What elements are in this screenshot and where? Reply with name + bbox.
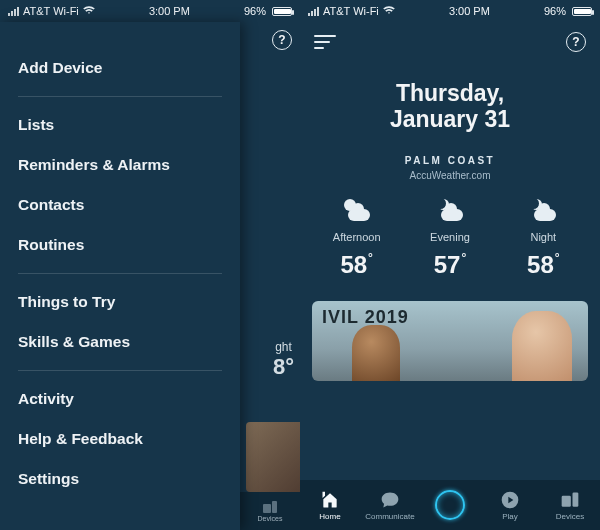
- menu-skills-games[interactable]: Skills & Games: [18, 322, 222, 362]
- feed-card[interactable]: IVIL 2019: [312, 301, 588, 381]
- date-heading: Thursday, January 31: [300, 80, 600, 133]
- drawer-backdrop[interactable]: ? ght 8° Devices: [240, 22, 300, 530]
- svg-rect-3: [562, 495, 571, 506]
- phone-right: AT&T Wi-Fi 3:00 PM 96% ? Thursday, Janua…: [300, 0, 600, 530]
- menu-things-to-try[interactable]: Things to Try: [18, 282, 222, 322]
- menu-activity[interactable]: Activity: [18, 379, 222, 419]
- menu-routines[interactable]: Routines: [18, 225, 222, 265]
- menu-settings[interactable]: Settings: [18, 459, 222, 499]
- partly-cloudy-day-icon: [342, 199, 372, 221]
- menu-reminders[interactable]: Reminders & Alarms: [18, 145, 222, 185]
- dual-screenshot-canvas: AT&T Wi-Fi 3:00 PM 96% ? ght 8° Devices: [0, 0, 600, 530]
- tabbar-peek-label: Devices: [258, 515, 283, 522]
- date-line-2: January 31: [390, 106, 510, 132]
- wifi-icon: [383, 4, 395, 18]
- tabbar-peek: Devices: [240, 492, 300, 530]
- tab-label: Devices: [556, 512, 584, 521]
- weather-source[interactable]: AccuWeather.com: [300, 170, 600, 181]
- forecast-evening[interactable]: Evening 57°: [403, 197, 496, 279]
- battery-pct-label: 96%: [244, 5, 266, 17]
- carrier-label: AT&T Wi-Fi: [23, 5, 79, 17]
- peek-period: ght: [273, 340, 294, 354]
- svg-rect-0: [263, 504, 271, 513]
- location-city: PALM COAST: [300, 155, 600, 166]
- tab-devices[interactable]: Devices: [540, 490, 600, 521]
- help-icon[interactable]: ?: [272, 30, 292, 50]
- card-person-left: [352, 325, 400, 381]
- svg-rect-4: [573, 492, 579, 506]
- carrier-label: AT&T Wi-Fi: [323, 5, 379, 17]
- status-bar: AT&T Wi-Fi 3:00 PM 96%: [0, 0, 300, 22]
- play-icon: [500, 490, 520, 510]
- chat-icon: [380, 490, 400, 510]
- menu-contacts[interactable]: Contacts: [18, 185, 222, 225]
- menu-icon[interactable]: [314, 35, 336, 49]
- tab-communicate[interactable]: Communicate: [360, 490, 420, 521]
- help-icon[interactable]: ?: [566, 32, 586, 52]
- forecast-row: Afternoon 58° Evening 57° Night 58°: [300, 181, 600, 301]
- menu-lists[interactable]: Lists: [18, 105, 222, 145]
- forecast-temp: 57°: [403, 251, 496, 279]
- forecast-temp: 58°: [310, 251, 403, 279]
- devices-icon: [262, 500, 278, 514]
- card-person-right: [512, 311, 572, 381]
- menu-divider: [18, 370, 222, 371]
- menu-add-device[interactable]: Add Device: [18, 48, 222, 88]
- menu-divider: [18, 273, 222, 274]
- menu-help-feedback[interactable]: Help & Feedback: [18, 419, 222, 459]
- tab-play[interactable]: Play: [480, 490, 540, 521]
- bottom-tab-bar: Home Communicate Play Devices: [300, 480, 600, 530]
- partly-cloudy-night-icon: [435, 199, 465, 221]
- forecast-night[interactable]: Night 58°: [497, 197, 590, 279]
- forecast-afternoon[interactable]: Afternoon 58°: [310, 197, 403, 279]
- tab-label: Home: [319, 512, 340, 521]
- weather-peek: ght 8°: [273, 340, 294, 380]
- partly-cloudy-night-icon: [528, 199, 558, 221]
- devices-icon: [560, 490, 580, 510]
- card-banner-text: IVIL 2019: [322, 307, 409, 328]
- clock-label: 3:00 PM: [449, 5, 490, 17]
- signal-icon: [308, 7, 319, 16]
- svg-rect-1: [272, 501, 277, 513]
- tab-alexa[interactable]: [420, 490, 480, 520]
- tab-label: Play: [502, 512, 518, 521]
- alexa-ring-icon: [435, 490, 465, 520]
- battery-icon: [572, 7, 592, 16]
- home-icon: [320, 490, 340, 510]
- menu-divider: [18, 96, 222, 97]
- peek-temp: 8°: [273, 354, 294, 380]
- forecast-temp: 58°: [497, 251, 590, 279]
- phone-left: AT&T Wi-Fi 3:00 PM 96% ? ght 8° Devices: [0, 0, 300, 530]
- card-peek: [246, 422, 300, 492]
- location-block: PALM COAST AccuWeather.com: [300, 155, 600, 181]
- forecast-period: Night: [497, 231, 590, 243]
- signal-icon: [8, 7, 19, 16]
- clock-label: 3:00 PM: [149, 5, 190, 17]
- battery-pct-label: 96%: [544, 5, 566, 17]
- wifi-icon: [83, 4, 95, 18]
- tab-home[interactable]: Home: [300, 490, 360, 521]
- app-top-bar: ?: [300, 22, 600, 56]
- date-line-1: Thursday,: [396, 80, 504, 106]
- forecast-period: Afternoon: [310, 231, 403, 243]
- battery-icon: [272, 7, 292, 16]
- status-bar: AT&T Wi-Fi 3:00 PM 96%: [300, 0, 600, 22]
- nav-drawer: Add Device Lists Reminders & Alarms Cont…: [0, 22, 240, 530]
- forecast-period: Evening: [403, 231, 496, 243]
- tab-label: Communicate: [365, 512, 414, 521]
